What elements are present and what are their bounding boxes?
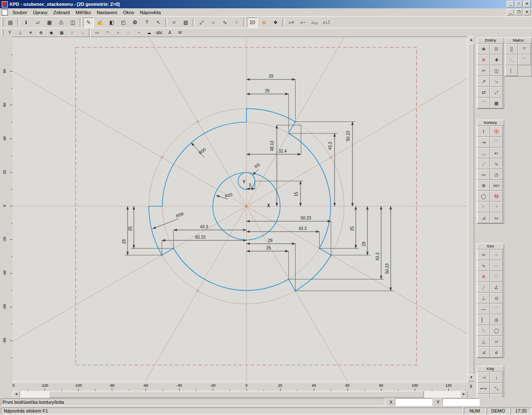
circle-full-icon[interactable]: ◯ <box>477 191 490 202</box>
menu-item-napoveda[interactable]: Nápověda <box>137 9 164 16</box>
spline-mode-icon[interactable]: ∿ <box>219 17 230 27</box>
geo-circle-point-icon[interactable]: ⊙ <box>490 293 503 304</box>
matrix-curve-icon[interactable]: ⌒ <box>518 54 531 65</box>
mdi-document-icon[interactable] <box>2 9 8 15</box>
view-wire-icon[interactable]: ◰ <box>118 17 129 27</box>
delete-icon[interactable]: ✕ <box>477 54 490 65</box>
fillet-tool-icon[interactable]: ◠ <box>103 29 112 37</box>
text-contour-icon[interactable]: ABC <box>490 180 503 191</box>
palette-title-matice[interactable]: Matice <box>505 38 532 44</box>
text-abc-icon[interactable]: abc <box>155 29 164 37</box>
close-button[interactable]: ✕ <box>523 1 531 7</box>
mdi-close-button[interactable]: ✕ <box>523 9 531 15</box>
part-contour[interactable] <box>149 109 331 291</box>
corner-cut-icon[interactable]: ⊿ <box>477 212 490 223</box>
move-tool-icon[interactable]: ✥ <box>477 44 490 54</box>
snap-star-icon[interactable]: ✳ <box>26 29 35 37</box>
arc-tangent-icon[interactable]: ◡ <box>477 148 490 158</box>
toolbar-grip[interactable] <box>1 18 3 27</box>
iso-view-icon[interactable]: iso <box>490 212 503 223</box>
add-element-icon[interactable]: ✚ <box>490 54 503 65</box>
palette-title-kontury[interactable]: Kontury <box>477 120 504 126</box>
save-icon[interactable]: ▦ <box>44 17 55 27</box>
image-icon[interactable]: ▧ <box>180 17 191 27</box>
palette-title-zmeny[interactable]: Změny <box>477 38 504 44</box>
save-part-icon[interactable]: ▦ <box>490 98 503 109</box>
geo-erase-icon[interactable]: ✕ <box>477 271 490 282</box>
swap-icon[interactable]: ⇄ <box>477 87 490 98</box>
line-arc-icon[interactable]: ↝ <box>477 137 490 148</box>
circle-center-icon[interactable]: ⊕ <box>477 180 490 191</box>
palette-title-geo[interactable]: Geo <box>477 244 504 249</box>
edit-nc-icon[interactable]: ✍ <box>95 17 106 27</box>
help-icon[interactable]: ? <box>141 17 152 27</box>
note-icon[interactable]: ✉ <box>175 29 185 37</box>
edit-2d-icon[interactable]: ✎ <box>83 17 94 27</box>
grid-icon[interactable]: ▦ <box>57 29 66 37</box>
geo-parallel-icon[interactable]: ▱ <box>490 336 503 347</box>
scale-icon[interactable]: ⤢ <box>490 87 503 98</box>
mdi-minimize-button[interactable]: _ <box>507 9 514 15</box>
matrix-path-icon[interactable]: ⋱ <box>505 54 518 65</box>
view-3d-icon[interactable]: ◧ <box>106 17 117 27</box>
cloud-tool-icon[interactable]: ☁ <box>144 29 154 37</box>
geo-triangle-icon[interactable]: △ <box>477 336 490 347</box>
macro-icon[interactable]: Ⓜ <box>490 191 503 202</box>
fit-view-icon[interactable]: ⤢ <box>196 17 207 27</box>
circle-tool-icon[interactable]: ○ <box>113 29 123 37</box>
menu-item-okno[interactable]: Okno <box>120 9 137 16</box>
contour-trace-icon[interactable]: ⌇ <box>477 126 490 137</box>
snap-grid-icon[interactable]: ⁙ <box>67 29 77 37</box>
menu-item-soubor[interactable]: Soubor <box>10 9 30 16</box>
drawing-canvas[interactable]: 292532.448.1343.350.2351550.2343.343.350… <box>12 37 468 382</box>
dim-aligned-icon[interactable]: ⟷ <box>477 383 490 394</box>
circle-mode-icon[interactable]: ○ <box>208 17 219 27</box>
spline-icon[interactable]: ∿ <box>490 158 503 169</box>
palette-title-koty[interactable]: Kóty <box>477 366 504 372</box>
cad-drawing[interactable]: 292532.448.1343.350.2351550.2343.343.350… <box>12 37 468 382</box>
horizontal-scroll-thumb[interactable] <box>49 391 424 398</box>
geo-wedge-icon[interactable]: ⊿ <box>477 347 490 358</box>
matrix-column-icon[interactable]: ⡇ <box>505 65 518 76</box>
geo-diagonal-icon[interactable]: ⟍ <box>477 325 490 336</box>
web-icon[interactable]: ❂ <box>130 17 140 27</box>
geo-hline-icon[interactable]: — <box>477 304 490 314</box>
mirror-icon[interactable]: ◫ <box>490 65 503 76</box>
points-mode-icon[interactable]: ⁘ <box>231 17 242 27</box>
menu-item-zobrazit[interactable]: Zobrazit <box>50 9 73 16</box>
zoom-window-icon[interactable]: ⌕▭ <box>309 17 320 27</box>
mdi-restore-button[interactable]: ❐ <box>515 9 522 15</box>
rect-tool-icon[interactable]: ▭ <box>92 29 102 37</box>
dim-horizontal-icon[interactable]: ⊣ <box>477 372 490 383</box>
snap-center-icon[interactable]: ⊕ <box>36 29 46 37</box>
snap-10-icon[interactable]: 10 <box>247 17 258 27</box>
geo-arc-icon[interactable]: ⌒ <box>490 304 503 314</box>
geo-grid-points-icon[interactable]: ⁛ <box>490 271 503 282</box>
dim-diameter-icon[interactable]: ⌀ <box>477 394 490 398</box>
geo-vline-icon[interactable]: ▏ <box>477 314 490 325</box>
ellipse-tool-icon[interactable]: ◌ <box>123 29 133 37</box>
dim-vertical-icon[interactable]: ↕ <box>490 372 503 383</box>
stretch-icon[interactable]: ↗ <box>477 76 490 87</box>
dim-diagonal-icon[interactable]: ⤡ <box>490 383 503 394</box>
pan-hand-icon[interactable]: ❖ <box>270 17 281 27</box>
geo-cut-icon[interactable]: ✂ <box>477 249 490 260</box>
menu-item-meritko[interactable]: Měřítko <box>73 9 94 16</box>
geo-circle-icon[interactable]: ◯ <box>490 325 503 336</box>
snap-points-icon[interactable]: ∴ <box>78 29 87 37</box>
geo-angle-icon[interactable]: ∠ <box>490 282 503 293</box>
snap-target-icon[interactable]: ⊕ <box>259 17 269 27</box>
geo-diameter-icon[interactable]: ⌀ <box>490 347 503 358</box>
coordinate-y-input[interactable] <box>442 398 480 406</box>
menu-item-upravy[interactable]: Úpravy <box>30 9 50 16</box>
maximize-button[interactable]: □ <box>515 1 522 7</box>
zoom-in-icon[interactable]: ⌕+ <box>286 17 297 27</box>
arc-line-icon[interactable]: ⌒ <box>490 137 503 148</box>
toolbar-grip[interactable] <box>1 29 3 36</box>
stats-icon[interactable]: ℹ <box>21 17 32 27</box>
zoom-previous-icon[interactable]: ⌕↺ <box>321 17 332 27</box>
copy-matrix-icon[interactable]: ⎘ <box>490 44 503 54</box>
matrix-free-icon[interactable]: ⠛ <box>518 44 531 54</box>
geo-perpendicular-icon[interactable]: ⊥ <box>477 293 490 304</box>
minimize-button[interactable]: _ <box>507 1 514 7</box>
